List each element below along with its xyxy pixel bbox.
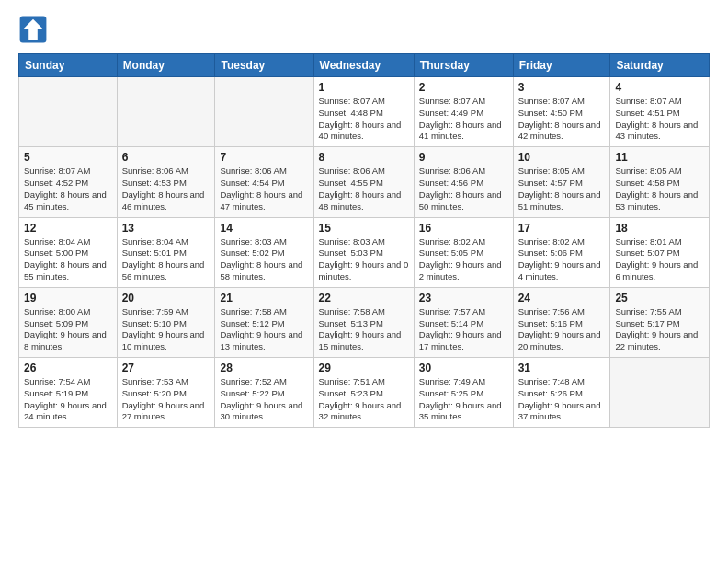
day-info: Sunrise: 8:07 AMSunset: 4:48 PMDaylight:…: [319, 96, 409, 143]
day-number: 29: [319, 362, 409, 374]
calendar-cell: 5Sunrise: 8:07 AMSunset: 4:52 PMDaylight…: [19, 147, 118, 217]
day-number: 8: [319, 151, 409, 164]
calendar-cell: 23Sunrise: 7:57 AMSunset: 5:14 PMDayligh…: [414, 287, 513, 357]
day-number: 26: [24, 362, 112, 374]
day-number: 14: [220, 222, 308, 235]
day-info: Sunrise: 7:55 AMSunset: 5:17 PMDaylight:…: [615, 306, 704, 353]
day-info: Sunrise: 8:06 AMSunset: 4:54 PMDaylight:…: [220, 166, 308, 213]
day-number: 6: [122, 151, 210, 164]
day-info: Sunrise: 7:57 AMSunset: 5:14 PMDaylight:…: [419, 306, 508, 353]
logo: [18, 15, 51, 44]
day-info: Sunrise: 8:07 AMSunset: 4:51 PMDaylight:…: [615, 96, 704, 143]
calendar-cell: 21Sunrise: 7:58 AMSunset: 5:12 PMDayligh…: [215, 287, 313, 357]
col-header-monday: Monday: [117, 54, 215, 77]
day-number: 16: [419, 222, 508, 235]
calendar-cell: 18Sunrise: 8:01 AMSunset: 5:07 PMDayligh…: [610, 217, 710, 287]
day-info: Sunrise: 7:48 AMSunset: 5:26 PMDaylight:…: [518, 376, 606, 423]
calendar-cell: 11Sunrise: 8:05 AMSunset: 4:58 PMDayligh…: [610, 147, 710, 217]
calendar-cell: 14Sunrise: 8:03 AMSunset: 5:02 PMDayligh…: [215, 217, 313, 287]
day-number: 4: [615, 81, 704, 94]
calendar-week-row: 12Sunrise: 8:04 AMSunset: 5:00 PMDayligh…: [19, 217, 710, 287]
calendar-cell: [19, 77, 118, 147]
calendar-cell: 24Sunrise: 7:56 AMSunset: 5:16 PMDayligh…: [513, 287, 610, 357]
day-info: Sunrise: 7:56 AMSunset: 5:16 PMDaylight:…: [518, 306, 606, 353]
day-info: Sunrise: 8:00 AMSunset: 5:09 PMDaylight:…: [24, 306, 112, 353]
day-info: Sunrise: 7:53 AMSunset: 5:20 PMDaylight:…: [122, 376, 210, 423]
calendar-cell: 10Sunrise: 8:05 AMSunset: 4:57 PMDayligh…: [513, 147, 610, 217]
calendar-cell: 12Sunrise: 8:04 AMSunset: 5:00 PMDayligh…: [19, 217, 118, 287]
day-info: Sunrise: 8:06 AMSunset: 4:53 PMDaylight:…: [122, 166, 210, 213]
calendar-week-row: 26Sunrise: 7:54 AMSunset: 5:19 PMDayligh…: [19, 358, 710, 428]
day-info: Sunrise: 7:59 AMSunset: 5:10 PMDaylight:…: [122, 306, 210, 353]
day-info: Sunrise: 8:02 AMSunset: 5:06 PMDaylight:…: [518, 236, 606, 283]
calendar-cell: [610, 358, 710, 428]
day-info: Sunrise: 7:51 AMSunset: 5:23 PMDaylight:…: [319, 376, 409, 423]
calendar-cell: 22Sunrise: 7:58 AMSunset: 5:13 PMDayligh…: [313, 287, 414, 357]
day-info: Sunrise: 8:03 AMSunset: 5:03 PMDaylight:…: [319, 236, 409, 283]
day-info: Sunrise: 8:07 AMSunset: 4:49 PMDaylight:…: [419, 96, 508, 143]
day-number: 9: [419, 151, 508, 164]
day-info: Sunrise: 7:49 AMSunset: 5:25 PMDaylight:…: [419, 376, 508, 423]
calendar-cell: 6Sunrise: 8:06 AMSunset: 4:53 PMDaylight…: [117, 147, 215, 217]
calendar-cell: 2Sunrise: 8:07 AMSunset: 4:49 PMDaylight…: [414, 77, 513, 147]
calendar-cell: 20Sunrise: 7:59 AMSunset: 5:10 PMDayligh…: [117, 287, 215, 357]
day-number: 19: [24, 292, 112, 304]
day-number: 23: [419, 292, 508, 304]
calendar-cell: 15Sunrise: 8:03 AMSunset: 5:03 PMDayligh…: [313, 217, 414, 287]
calendar-cell: 9Sunrise: 8:06 AMSunset: 4:56 PMDaylight…: [414, 147, 513, 217]
day-number: 21: [220, 292, 308, 304]
calendar-cell: 27Sunrise: 7:53 AMSunset: 5:20 PMDayligh…: [117, 358, 215, 428]
day-info: Sunrise: 8:01 AMSunset: 5:07 PMDaylight:…: [615, 236, 704, 283]
col-header-tuesday: Tuesday: [215, 54, 313, 77]
day-number: 1: [319, 81, 409, 94]
day-number: 10: [518, 151, 606, 164]
day-info: Sunrise: 8:07 AMSunset: 4:52 PMDaylight:…: [24, 166, 112, 213]
calendar-week-row: 5Sunrise: 8:07 AMSunset: 4:52 PMDaylight…: [19, 147, 710, 217]
calendar-cell: 28Sunrise: 7:52 AMSunset: 5:22 PMDayligh…: [215, 358, 313, 428]
calendar-table: SundayMondayTuesdayWednesdayThursdayFrid…: [18, 53, 710, 428]
day-info: Sunrise: 7:52 AMSunset: 5:22 PMDaylight:…: [220, 376, 308, 423]
page: SundayMondayTuesdayWednesdayThursdayFrid…: [0, 0, 728, 563]
calendar-cell: 30Sunrise: 7:49 AMSunset: 5:25 PMDayligh…: [414, 358, 513, 428]
day-info: Sunrise: 8:04 AMSunset: 5:01 PMDaylight:…: [122, 236, 210, 283]
header: [18, 15, 710, 44]
day-info: Sunrise: 7:54 AMSunset: 5:19 PMDaylight:…: [24, 376, 112, 423]
col-header-friday: Friday: [513, 54, 610, 77]
calendar-cell: 1Sunrise: 8:07 AMSunset: 4:48 PMDaylight…: [313, 77, 414, 147]
calendar-cell: 25Sunrise: 7:55 AMSunset: 5:17 PMDayligh…: [610, 287, 710, 357]
day-info: Sunrise: 7:58 AMSunset: 5:13 PMDaylight:…: [319, 306, 409, 353]
day-info: Sunrise: 8:05 AMSunset: 4:58 PMDaylight:…: [615, 166, 704, 213]
calendar-cell: 8Sunrise: 8:06 AMSunset: 4:55 PMDaylight…: [313, 147, 414, 217]
day-info: Sunrise: 8:03 AMSunset: 5:02 PMDaylight:…: [220, 236, 308, 283]
day-number: 31: [518, 362, 606, 374]
calendar-cell: 29Sunrise: 7:51 AMSunset: 5:23 PMDayligh…: [313, 358, 414, 428]
day-number: 3: [518, 81, 606, 94]
calendar-cell: 7Sunrise: 8:06 AMSunset: 4:54 PMDaylight…: [215, 147, 313, 217]
day-number: 18: [615, 222, 704, 235]
day-number: 27: [122, 362, 210, 374]
calendar-cell: [117, 77, 215, 147]
day-number: 5: [24, 151, 112, 164]
calendar-cell: 16Sunrise: 8:02 AMSunset: 5:05 PMDayligh…: [414, 217, 513, 287]
day-number: 13: [122, 222, 210, 235]
calendar-cell: 3Sunrise: 8:07 AMSunset: 4:50 PMDaylight…: [513, 77, 610, 147]
day-info: Sunrise: 8:06 AMSunset: 4:56 PMDaylight:…: [419, 166, 508, 213]
calendar-cell: 4Sunrise: 8:07 AMSunset: 4:51 PMDaylight…: [610, 77, 710, 147]
day-info: Sunrise: 8:02 AMSunset: 5:05 PMDaylight:…: [419, 236, 508, 283]
day-number: 28: [220, 362, 308, 374]
calendar-week-row: 19Sunrise: 8:00 AMSunset: 5:09 PMDayligh…: [19, 287, 710, 357]
col-header-wednesday: Wednesday: [313, 54, 414, 77]
day-info: Sunrise: 8:07 AMSunset: 4:50 PMDaylight:…: [518, 96, 606, 143]
calendar-cell: 26Sunrise: 7:54 AMSunset: 5:19 PMDayligh…: [19, 358, 118, 428]
calendar-header-row: SundayMondayTuesdayWednesdayThursdayFrid…: [19, 54, 710, 77]
day-number: 24: [518, 292, 606, 304]
calendar-week-row: 1Sunrise: 8:07 AMSunset: 4:48 PMDaylight…: [19, 77, 710, 147]
day-info: Sunrise: 7:58 AMSunset: 5:12 PMDaylight:…: [220, 306, 308, 353]
day-number: 17: [518, 222, 606, 235]
col-header-sunday: Sunday: [19, 54, 118, 77]
day-number: 30: [419, 362, 508, 374]
day-number: 11: [615, 151, 704, 164]
col-header-saturday: Saturday: [610, 54, 710, 77]
day-info: Sunrise: 8:05 AMSunset: 4:57 PMDaylight:…: [518, 166, 606, 213]
calendar-cell: 31Sunrise: 7:48 AMSunset: 5:26 PMDayligh…: [513, 358, 610, 428]
